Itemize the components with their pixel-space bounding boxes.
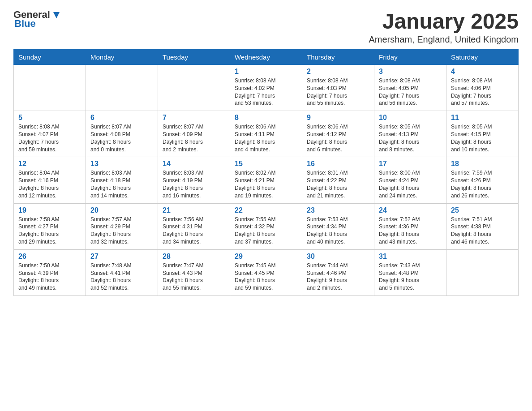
day-info: Sunrise: 7:56 AM Sunset: 4:31 PM Dayligh… [163, 216, 225, 246]
week-row-4: 19Sunrise: 7:58 AM Sunset: 4:27 PM Dayli… [14, 203, 519, 249]
day-info: Sunrise: 8:00 AM Sunset: 4:24 PM Dayligh… [379, 169, 442, 199]
day-number: 20 [90, 206, 153, 214]
day-number: 11 [451, 114, 514, 122]
day-cell-11: 9Sunrise: 8:06 AM Sunset: 4:12 PM Daylig… [302, 111, 374, 157]
header-cell-tuesday: Tuesday [158, 50, 230, 65]
day-number: 25 [451, 206, 514, 214]
day-number: 2 [307, 68, 369, 76]
day-cell-7: 5Sunrise: 8:08 AM Sunset: 4:07 PM Daylig… [14, 111, 86, 157]
day-info: Sunrise: 8:06 AM Sunset: 4:12 PM Dayligh… [307, 123, 369, 153]
title-block: January 2025 Amersham, England, United K… [369, 9, 519, 45]
day-number: 14 [163, 160, 225, 168]
day-number: 19 [18, 206, 81, 214]
day-cell-27: 25Sunrise: 7:51 AM Sunset: 4:38 PM Dayli… [446, 203, 519, 249]
day-number: 28 [163, 253, 225, 261]
day-cell-24: 22Sunrise: 7:55 AM Sunset: 4:32 PM Dayli… [230, 203, 302, 249]
day-info: Sunrise: 8:08 AM Sunset: 4:02 PM Dayligh… [235, 77, 297, 107]
day-cell-22: 20Sunrise: 7:57 AM Sunset: 4:29 PM Dayli… [86, 203, 158, 249]
day-number: 16 [307, 160, 369, 168]
day-number: 6 [90, 114, 153, 122]
header-cell-saturday: Saturday [446, 50, 519, 65]
day-cell-17: 15Sunrise: 8:02 AM Sunset: 4:21 PM Dayli… [230, 157, 302, 203]
day-info: Sunrise: 7:53 AM Sunset: 4:34 PM Dayligh… [307, 216, 369, 246]
day-cell-29: 27Sunrise: 7:48 AM Sunset: 4:41 PM Dayli… [86, 249, 158, 295]
day-number: 10 [379, 114, 442, 122]
day-number: 7 [163, 114, 225, 122]
logo-triangle-icon [51, 10, 61, 20]
day-cell-0 [14, 65, 86, 111]
day-info: Sunrise: 7:52 AM Sunset: 4:36 PM Dayligh… [379, 216, 442, 246]
day-number: 13 [90, 160, 153, 168]
day-info: Sunrise: 8:07 AM Sunset: 4:09 PM Dayligh… [163, 123, 225, 153]
day-cell-18: 16Sunrise: 8:01 AM Sunset: 4:22 PM Dayli… [302, 157, 374, 203]
day-info: Sunrise: 8:04 AM Sunset: 4:16 PM Dayligh… [18, 169, 81, 199]
week-row-5: 26Sunrise: 7:50 AM Sunset: 4:39 PM Dayli… [14, 249, 519, 295]
day-info: Sunrise: 7:58 AM Sunset: 4:27 PM Dayligh… [18, 216, 81, 246]
day-cell-30: 28Sunrise: 7:47 AM Sunset: 4:43 PM Dayli… [158, 249, 230, 295]
day-number: 27 [90, 253, 153, 261]
day-number: 5 [18, 114, 81, 122]
calendar-header: SundayMondayTuesdayWednesdayThursdayFrid… [14, 50, 519, 65]
day-info: Sunrise: 8:08 AM Sunset: 4:05 PM Dayligh… [379, 77, 442, 107]
day-cell-15: 13Sunrise: 8:03 AM Sunset: 4:18 PM Dayli… [86, 157, 158, 203]
day-cell-19: 17Sunrise: 8:00 AM Sunset: 4:24 PM Dayli… [374, 157, 446, 203]
svg-marker-0 [53, 12, 60, 18]
day-number: 31 [379, 253, 442, 261]
day-number: 24 [379, 206, 442, 214]
day-number: 18 [451, 160, 514, 168]
day-info: Sunrise: 7:43 AM Sunset: 4:48 PM Dayligh… [379, 262, 442, 292]
day-number: 29 [235, 253, 297, 261]
day-number: 15 [235, 160, 297, 168]
day-cell-28: 26Sunrise: 7:50 AM Sunset: 4:39 PM Dayli… [14, 249, 86, 295]
day-number: 21 [163, 206, 225, 214]
day-cell-33: 31Sunrise: 7:43 AM Sunset: 4:48 PM Dayli… [374, 249, 446, 295]
calendar-body: 1Sunrise: 8:08 AM Sunset: 4:02 PM Daylig… [14, 65, 519, 296]
day-cell-23: 21Sunrise: 7:56 AM Sunset: 4:31 PM Dayli… [158, 203, 230, 249]
day-number: 8 [235, 114, 297, 122]
day-cell-6: 4Sunrise: 8:08 AM Sunset: 4:06 PM Daylig… [446, 65, 519, 111]
logo: General Blue [13, 9, 61, 30]
week-row-3: 12Sunrise: 8:04 AM Sunset: 4:16 PM Dayli… [14, 157, 519, 203]
day-number: 26 [18, 253, 81, 261]
day-cell-10: 8Sunrise: 8:06 AM Sunset: 4:11 PM Daylig… [230, 111, 302, 157]
location-title: Amersham, England, United Kingdom [369, 34, 519, 45]
header-row: SundayMondayTuesdayWednesdayThursdayFrid… [14, 50, 519, 65]
day-cell-34 [446, 249, 519, 295]
day-number: 9 [307, 114, 369, 122]
week-row-1: 1Sunrise: 8:08 AM Sunset: 4:02 PM Daylig… [14, 65, 519, 111]
day-info: Sunrise: 8:03 AM Sunset: 4:18 PM Dayligh… [90, 169, 153, 199]
day-cell-4: 2Sunrise: 8:08 AM Sunset: 4:03 PM Daylig… [302, 65, 374, 111]
day-number: 4 [451, 68, 514, 76]
day-info: Sunrise: 8:05 AM Sunset: 4:13 PM Dayligh… [379, 123, 442, 153]
day-cell-16: 14Sunrise: 8:03 AM Sunset: 4:19 PM Dayli… [158, 157, 230, 203]
day-info: Sunrise: 7:57 AM Sunset: 4:29 PM Dayligh… [90, 216, 153, 246]
day-cell-3: 1Sunrise: 8:08 AM Sunset: 4:02 PM Daylig… [230, 65, 302, 111]
header-cell-monday: Monday [86, 50, 158, 65]
header-cell-wednesday: Wednesday [230, 50, 302, 65]
day-info: Sunrise: 7:50 AM Sunset: 4:39 PM Dayligh… [18, 262, 81, 292]
day-cell-32: 30Sunrise: 7:44 AM Sunset: 4:46 PM Dayli… [302, 249, 374, 295]
day-info: Sunrise: 8:03 AM Sunset: 4:19 PM Dayligh… [163, 169, 225, 199]
day-info: Sunrise: 8:02 AM Sunset: 4:21 PM Dayligh… [235, 169, 297, 199]
day-info: Sunrise: 8:08 AM Sunset: 4:07 PM Dayligh… [18, 123, 81, 153]
header-cell-sunday: Sunday [14, 50, 86, 65]
day-info: Sunrise: 8:05 AM Sunset: 4:15 PM Dayligh… [451, 123, 514, 153]
day-cell-31: 29Sunrise: 7:45 AM Sunset: 4:45 PM Dayli… [230, 249, 302, 295]
day-cell-13: 11Sunrise: 8:05 AM Sunset: 4:15 PM Dayli… [446, 111, 519, 157]
day-number: 23 [307, 206, 369, 214]
day-info: Sunrise: 7:45 AM Sunset: 4:45 PM Dayligh… [235, 262, 297, 292]
day-cell-8: 6Sunrise: 8:07 AM Sunset: 4:08 PM Daylig… [86, 111, 158, 157]
day-cell-1 [86, 65, 158, 111]
day-cell-25: 23Sunrise: 7:53 AM Sunset: 4:34 PM Dayli… [302, 203, 374, 249]
day-cell-12: 10Sunrise: 8:05 AM Sunset: 4:13 PM Dayli… [374, 111, 446, 157]
calendar-table: SundayMondayTuesdayWednesdayThursdayFrid… [13, 49, 519, 296]
day-info: Sunrise: 7:44 AM Sunset: 4:46 PM Dayligh… [307, 262, 369, 292]
day-number: 12 [18, 160, 81, 168]
day-cell-2 [158, 65, 230, 111]
day-number: 30 [307, 253, 369, 261]
day-info: Sunrise: 8:07 AM Sunset: 4:08 PM Dayligh… [90, 123, 153, 153]
header-cell-friday: Friday [374, 50, 446, 65]
week-row-2: 5Sunrise: 8:08 AM Sunset: 4:07 PM Daylig… [14, 111, 519, 157]
month-title: January 2025 [369, 9, 519, 34]
day-cell-14: 12Sunrise: 8:04 AM Sunset: 4:16 PM Dayli… [14, 157, 86, 203]
